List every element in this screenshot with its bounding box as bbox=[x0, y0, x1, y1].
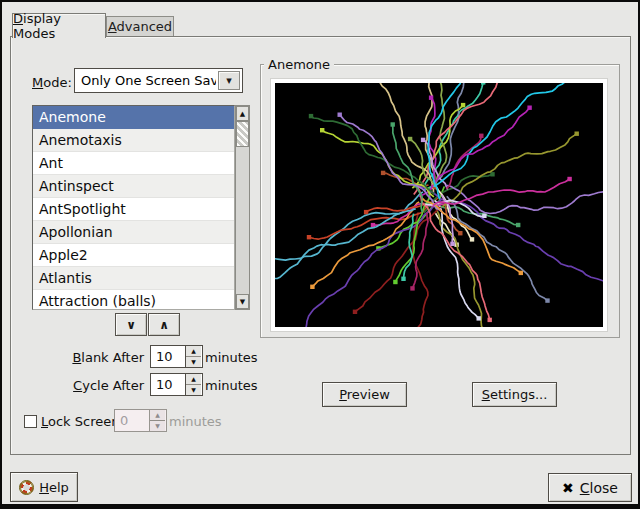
select-previous-button[interactable]: ∧ bbox=[148, 313, 180, 336]
list-item[interactable]: AntSpotlight bbox=[33, 198, 234, 221]
help-button-label: Help bbox=[39, 480, 69, 495]
close-button-label: Close bbox=[580, 480, 618, 496]
cycle-after-input[interactable] bbox=[151, 374, 185, 395]
lock-after-unit: minutes bbox=[169, 414, 222, 429]
cycle-after-spinner: ▲ ▼ bbox=[150, 373, 203, 396]
list-item[interactable]: Anemotaxis bbox=[33, 129, 234, 152]
tab-advanced[interactable]: Advanced bbox=[106, 16, 174, 36]
list-item[interactable]: Antinspect bbox=[33, 175, 234, 198]
blank-after-label: Blank After bbox=[32, 350, 144, 365]
arrow-down-icon: ▼ bbox=[240, 298, 245, 306]
settings-button[interactable]: Settings... bbox=[472, 382, 557, 407]
cycle-after-unit: minutes bbox=[205, 378, 258, 393]
spin-down-button: ▼ bbox=[150, 421, 165, 431]
screensaver-preferences-dialog: Display Modes Advanced Mode: Only One Sc… bbox=[0, 0, 640, 509]
preview-area bbox=[270, 78, 608, 332]
mode-select-value: Only One Screen Saver bbox=[75, 69, 216, 92]
spin-down-button[interactable]: ▼ bbox=[186, 357, 201, 367]
list-item[interactable]: Attraction (balls) bbox=[33, 290, 234, 310]
tab-display-modes-label: Display Modes bbox=[13, 11, 105, 41]
lock-after-spinner: ▲ ▼ bbox=[114, 409, 167, 432]
preview-button-label: Preview bbox=[339, 387, 390, 402]
chevron-up-icon: ∧ bbox=[159, 318, 169, 332]
blank-after-spinner: ▲ ▼ bbox=[150, 345, 203, 368]
combo-dropdown-button[interactable]: ▾ bbox=[218, 71, 240, 90]
preview-frame-title: Anemone bbox=[264, 57, 334, 72]
list-item[interactable]: Atlantis bbox=[33, 267, 234, 290]
spin-up-button: ▲ bbox=[150, 410, 165, 421]
scroll-up-button[interactable]: ▲ bbox=[236, 106, 249, 121]
arrow-down-icon: ▼ bbox=[155, 423, 160, 429]
preview-button[interactable]: Preview bbox=[322, 382, 407, 407]
select-next-button[interactable]: ∨ bbox=[115, 313, 147, 336]
blank-after-unit: minutes bbox=[205, 350, 258, 365]
screensaver-list[interactable]: AnemoneAnemotaxisAntAntinspectAntSpotlig… bbox=[32, 105, 235, 310]
anemone-canvas bbox=[275, 83, 603, 327]
close-button[interactable]: ✖ Close bbox=[548, 473, 632, 502]
anemone-preview bbox=[275, 83, 603, 327]
mode-label: Mode: bbox=[32, 75, 72, 90]
chevron-down-icon: ▾ bbox=[226, 74, 232, 87]
list-item[interactable]: Apollonian bbox=[33, 221, 234, 244]
arrow-up-icon: ▲ bbox=[191, 376, 196, 382]
scrollbar-thumb[interactable] bbox=[236, 121, 249, 147]
arrow-up-icon: ▲ bbox=[191, 348, 196, 354]
spin-up-button[interactable]: ▲ bbox=[186, 346, 201, 357]
help-lifering-icon bbox=[19, 480, 34, 495]
chevron-down-icon: ∨ bbox=[126, 318, 136, 332]
lock-after-input bbox=[115, 410, 149, 431]
close-x-icon: ✖ bbox=[562, 480, 574, 496]
spin-up-button[interactable]: ▲ bbox=[186, 374, 201, 385]
help-button[interactable]: Help bbox=[10, 472, 78, 502]
spin-down-button[interactable]: ▼ bbox=[186, 385, 201, 395]
list-item[interactable]: Apple2 bbox=[33, 244, 234, 267]
arrow-up-icon: ▲ bbox=[155, 412, 160, 418]
list-item[interactable]: Anemone bbox=[33, 106, 234, 129]
settings-button-label: Settings... bbox=[482, 387, 548, 402]
cycle-after-label: Cycle After bbox=[32, 378, 144, 393]
lock-screen-checkbox[interactable] bbox=[24, 415, 37, 428]
arrow-down-icon: ▼ bbox=[191, 387, 196, 393]
arrow-up-icon: ▲ bbox=[240, 110, 245, 118]
blank-after-input[interactable] bbox=[151, 346, 185, 367]
arrow-down-icon: ▼ bbox=[191, 359, 196, 365]
scroll-down-button[interactable]: ▼ bbox=[236, 294, 249, 309]
tab-display-modes[interactable]: Display Modes bbox=[12, 13, 106, 38]
tab-advanced-label: Advanced bbox=[108, 19, 172, 34]
mode-select[interactable]: Only One Screen Saver ▾ bbox=[74, 68, 243, 93]
list-item[interactable]: Ant bbox=[33, 152, 234, 175]
list-scrollbar[interactable]: ▲ ▼ bbox=[235, 105, 250, 310]
